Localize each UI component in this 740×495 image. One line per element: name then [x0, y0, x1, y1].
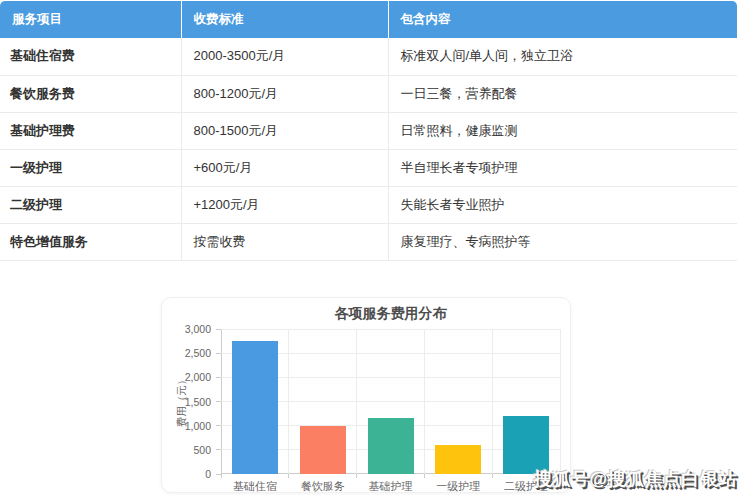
cell-item: 特色增值服务 — [0, 223, 181, 260]
y-tick-label: 1,000 — [162, 420, 211, 432]
y-tick-label: 3,000 — [162, 323, 211, 335]
cell-content: 失能长者专业照护 — [388, 186, 737, 223]
y-tick-label: 2,500 — [162, 347, 211, 359]
y-tick-mark — [216, 425, 221, 426]
service-fee-table: 服务项目 收费标准 包含内容 基础住宿费2000-3500元/月标准双人间/单人… — [0, 1, 737, 261]
cell-price: +1200元/月 — [181, 186, 388, 223]
y-tick-label: 0 — [162, 468, 211, 480]
cell-content: 标准双人间/单人间，独立卫浴 — [388, 38, 737, 75]
gridline-vertical — [560, 329, 561, 474]
table-row: 基础护理费800-1500元/月日常照料，健康监测 — [0, 112, 737, 149]
cell-price: +600元/月 — [181, 149, 388, 186]
bar-基础住宿[interactable] — [232, 341, 278, 474]
cell-content: 日常照料，健康监测 — [388, 112, 737, 149]
table-row: 餐饮服务费800-1200元/月一日三餐，营养配餐 — [0, 75, 737, 112]
x-tick-label: 基础住宿 — [221, 479, 289, 494]
cell-content: 半自理长者专项护理 — [388, 149, 737, 186]
x-tick-label: 餐饮服务 — [289, 479, 357, 494]
table-header-row: 服务项目 收费标准 包含内容 — [0, 1, 737, 38]
cell-price: 按需收费 — [181, 223, 388, 260]
page: 服务项目 收费标准 包含内容 基础住宿费2000-3500元/月标准双人间/单人… — [0, 0, 740, 495]
x-tick-mark — [356, 474, 357, 478]
bar-基础护理[interactable] — [368, 418, 414, 474]
table-row: 二级护理+1200元/月失能长者专业照护 — [0, 186, 737, 223]
gridline-vertical — [424, 329, 425, 474]
gridline-horizontal — [221, 329, 560, 330]
cell-item: 餐饮服务费 — [0, 75, 181, 112]
fee-distribution-chart-card: 各项服务费用分布 费用（元） 05001,0001,5002,0002,5003… — [161, 297, 571, 493]
column-header-fee-standard: 收费标准 — [181, 1, 388, 38]
y-tick-label: 500 — [162, 444, 211, 456]
gridline-vertical — [356, 329, 357, 474]
cell-price: 800-1500元/月 — [181, 112, 388, 149]
y-tick-label: 1,500 — [162, 396, 211, 408]
cell-price: 800-1200元/月 — [181, 75, 388, 112]
table-row: 基础住宿费2000-3500元/月标准双人间/单人间，独立卫浴 — [0, 38, 737, 75]
gridline-vertical — [492, 329, 493, 474]
x-tick-mark — [288, 474, 289, 478]
x-tick-label: 一级护理 — [424, 479, 492, 494]
y-tick-mark — [216, 401, 221, 402]
y-tick-mark — [216, 353, 221, 354]
column-header-service-item: 服务项目 — [0, 1, 181, 38]
table-row: 特色增值服务按需收费康复理疗、专病照护等 — [0, 223, 737, 260]
bar-一级护理[interactable] — [435, 445, 481, 474]
x-tick-mark — [492, 474, 493, 478]
cell-item: 一级护理 — [0, 149, 181, 186]
bar-餐饮服务[interactable] — [300, 426, 346, 474]
gridline-vertical — [288, 329, 289, 474]
cell-item: 基础护理费 — [0, 112, 181, 149]
chart-title: 各项服务费用分布 — [221, 305, 560, 323]
cell-item: 基础住宿费 — [0, 38, 181, 75]
cell-content: 康复理疗、专病照护等 — [388, 223, 737, 260]
y-tick-mark — [216, 377, 221, 378]
cell-price: 2000-3500元/月 — [181, 38, 388, 75]
watermark-text: 搜狐号@搜狐焦点白银站 — [534, 467, 737, 491]
table-row: 一级护理+600元/月半自理长者专项护理 — [0, 149, 737, 186]
x-tick-mark — [221, 474, 222, 478]
cell-item: 二级护理 — [0, 186, 181, 223]
bar-二级护理[interactable] — [503, 416, 549, 474]
x-tick-mark — [424, 474, 425, 478]
y-tick-mark — [216, 449, 221, 450]
x-tick-label: 基础护理 — [357, 479, 425, 494]
y-tick-label: 2,000 — [162, 371, 211, 383]
column-header-included-content: 包含内容 — [388, 1, 737, 38]
y-tick-mark — [216, 329, 221, 330]
cell-content: 一日三餐，营养配餐 — [388, 75, 737, 112]
